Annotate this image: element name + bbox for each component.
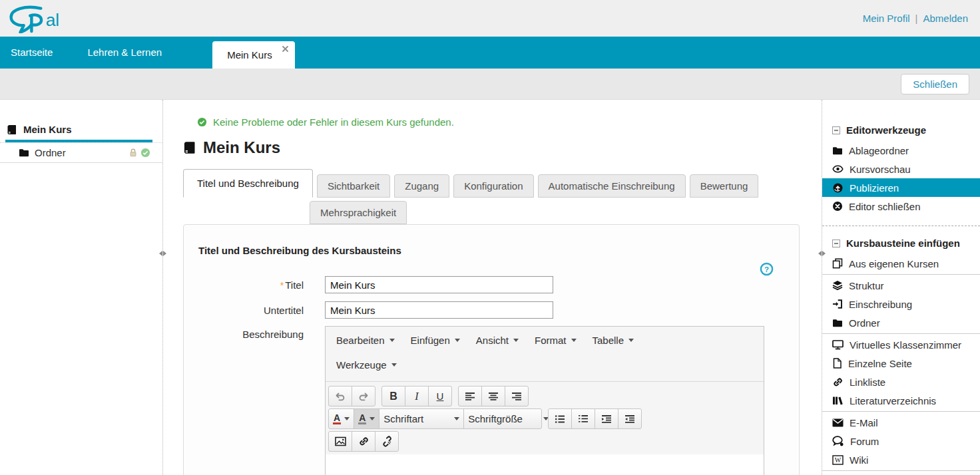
text-color-button[interactable]: A	[328, 408, 354, 429]
beschreibung-label: Beschreibung	[198, 326, 325, 475]
bullet-list-button[interactable]	[548, 408, 572, 429]
sidebar-item-aufgabe[interactable]: Aufgabe	[822, 472, 980, 475]
settings-tab-strip: Titel und Beschreibung Sichtbarkeit Zuga…	[183, 169, 800, 224]
eye-icon	[832, 164, 844, 174]
tree-node-ordner[interactable]: Ordner	[0, 142, 162, 163]
menu-einfuegen[interactable]: Einfügen	[403, 328, 468, 353]
sidebar-item-struktur[interactable]: Struktur	[822, 276, 980, 295]
sidebar-item-literaturverzeichnis[interactable]: Literaturverzeichnis	[822, 391, 980, 410]
section-separator	[822, 226, 980, 226]
insert-image-button[interactable]	[328, 431, 352, 452]
align-center-button[interactable]	[481, 386, 505, 406]
publish-globe-icon	[832, 182, 844, 194]
opal-logo-icon: al	[7, 4, 65, 33]
sidebar-item-einschreibung[interactable]: Einschreibung	[822, 295, 980, 313]
font-family-dropdown[interactable]: Schriftart	[379, 408, 464, 429]
help-icon[interactable]: ?	[760, 262, 774, 279]
menu-ansicht[interactable]: Ansicht	[468, 328, 527, 353]
svg-text:al: al	[46, 10, 60, 30]
bold-icon: B	[389, 391, 397, 402]
sidebar-item-aus-eigenen-kursen[interactable]: Aus eigenen Kursen	[822, 254, 980, 273]
toolbar-strip: Schließen	[0, 69, 980, 100]
sidebar-item-forum[interactable]: Forum	[822, 432, 980, 450]
titel-input[interactable]	[325, 276, 553, 293]
editor-content-area[interactable]	[326, 454, 764, 475]
menu-tabelle[interactable]: Tabelle	[585, 328, 642, 353]
align-right-button[interactable]	[505, 386, 529, 406]
book-icon	[7, 124, 17, 135]
sidebar-item-ordner[interactable]: Ordner	[822, 313, 980, 332]
indent-button[interactable]	[595, 408, 618, 429]
sidebar-item-editor-schliessen[interactable]: Editor schließen	[822, 197, 980, 216]
tab-konfiguration[interactable]: Konfiguration	[453, 174, 533, 198]
unlink-icon	[381, 436, 393, 447]
sidebar-item-virtuelles-klassenzimmer[interactable]: Virtuelles Klassenzimmer	[822, 335, 980, 354]
tab-zugang[interactable]: Zugang	[394, 174, 449, 198]
section-kursbausteine[interactable]: Kursbausteine einfügen	[822, 238, 980, 254]
sidebar-item-einzelne-seite[interactable]: Einzelne Seite	[822, 354, 980, 373]
bold-button[interactable]: B	[381, 386, 405, 406]
panel-legend: Titel und Beschreibung des Kursbausteins	[198, 245, 783, 256]
group-separator	[822, 470, 980, 471]
nav-item-startseite[interactable]: Startseite	[0, 37, 70, 69]
sidebar-item-kursvorschau[interactable]: Kursvorschau	[822, 160, 980, 178]
chevron-down-icon	[571, 339, 577, 342]
underline-button[interactable]: U	[428, 386, 452, 406]
menu-bearbeiten[interactable]: Bearbeiten	[328, 328, 403, 353]
opal-logo[interactable]: al	[7, 4, 65, 33]
sidebar-item-wiki[interactable]: W Wiki	[822, 450, 980, 469]
nav-tab-mein-kurs[interactable]: Mein Kurs	[212, 41, 295, 69]
collapse-minus-icon	[832, 239, 840, 247]
untertitel-input[interactable]	[325, 301, 553, 319]
chevron-down-icon	[369, 417, 375, 420]
group-separator	[822, 333, 980, 334]
italic-button[interactable]: I	[405, 386, 429, 406]
nav-item-lehren-lernen[interactable]: Lehren & Lernen	[70, 37, 179, 69]
book-icon	[183, 141, 196, 154]
section-editorwerkzeuge[interactable]: Editorwerkzeuge	[822, 124, 980, 141]
close-tab-icon[interactable]	[282, 45, 289, 53]
wiki-icon: W	[832, 455, 844, 465]
svg-text:W: W	[835, 456, 842, 464]
main-pane: Keine Probleme oder Fehler in diesem Kur…	[163, 100, 822, 475]
tab-sichtbarkeit[interactable]: Sichtbarkeit	[317, 174, 390, 198]
tab-bewertung[interactable]: Bewertung	[690, 174, 759, 198]
logout-link[interactable]: Abmelden	[923, 13, 968, 24]
rich-text-editor: Bearbeiten Einfügen Ansicht Format Tabel…	[325, 326, 764, 475]
course-tree-root[interactable]: Mein Kurs	[0, 124, 162, 135]
image-icon	[335, 436, 346, 446]
insert-link-button[interactable]	[352, 431, 375, 452]
text-color-icon: A	[333, 414, 341, 424]
background-color-button[interactable]: A	[354, 408, 379, 429]
undo-button[interactable]	[328, 386, 352, 406]
menu-werkzeuge[interactable]: Werkzeuge	[328, 353, 405, 377]
status-message-text: Keine Probleme oder Fehler in diesem Kur…	[213, 116, 454, 128]
numbered-list-button[interactable]	[571, 408, 595, 429]
italic-icon: I	[415, 391, 418, 402]
lock-icon	[128, 148, 138, 158]
main-nav: Startseite Lehren & Lernen Mein Kurs	[0, 37, 980, 69]
pane-resize-handle[interactable]	[818, 249, 826, 257]
resize-left-icon	[818, 251, 822, 256]
tab-titel-und-beschreibung[interactable]: Titel und Beschreibung	[183, 169, 313, 198]
copy-icon	[832, 258, 843, 269]
underline-icon: U	[437, 391, 444, 402]
tab-mehrsprachigkeit[interactable]: Mehrsprachigkeit	[310, 201, 407, 224]
close-button[interactable]: Schließen	[901, 74, 969, 94]
tab-automatische-einschreibung[interactable]: Automatische Einschreibung	[538, 174, 686, 198]
top-header: al Mein Profil | Abmelden	[0, 0, 980, 37]
nav-tab-label: Mein Kurs	[227, 49, 272, 61]
font-size-dropdown[interactable]: Schriftgröße	[463, 408, 542, 429]
sidebar-item-linkliste[interactable]: Linkliste	[822, 373, 980, 391]
outdent-button[interactable]	[618, 408, 642, 429]
sidebar-item-email[interactable]: E-Mail	[822, 413, 980, 432]
sidebar-item-publizieren[interactable]: Publizieren	[822, 178, 980, 197]
sidebar-item-ablageordner[interactable]: Ablageordner	[822, 141, 980, 160]
align-left-button[interactable]	[458, 386, 482, 406]
success-check-icon	[197, 117, 207, 127]
menu-format[interactable]: Format	[527, 328, 585, 353]
redo-button[interactable]	[352, 386, 375, 406]
layers-icon	[832, 280, 843, 291]
profile-link[interactable]: Mein Profil	[863, 13, 910, 24]
remove-link-button[interactable]	[375, 431, 399, 452]
